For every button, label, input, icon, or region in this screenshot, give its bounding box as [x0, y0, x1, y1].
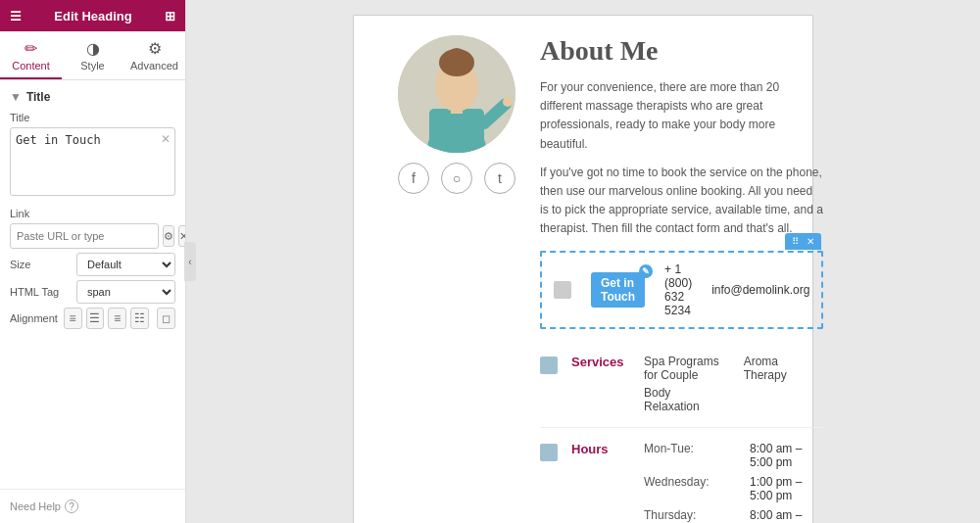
hours-grid: Mon-Tue: 8:00 am – 5:00 pm Wednesday: 1:… [644, 442, 823, 524]
services-grid: Spa Programs for Couple Aroma Therapy Bo… [644, 355, 823, 413]
need-help-row: Need Help ? [0, 489, 185, 523]
tab-advanced[interactable]: ⚙ Advanced [123, 31, 185, 79]
tab-content[interactable]: ✏ Content [0, 31, 62, 79]
hours-icon [540, 444, 558, 461]
sidebar-header: ☰ Edit Heading ⊞ [0, 0, 185, 31]
size-row: Size Default [10, 253, 175, 276]
profile-section [373, 35, 540, 153]
block-move-icon[interactable]: ⠿ [789, 235, 802, 248]
sidebar-tabs: ✏ Content ◑ Style ⚙ Advanced [0, 31, 185, 80]
about-title: About Me [540, 35, 823, 67]
services-content: Spa Programs for Couple Aroma Therapy Bo… [644, 355, 823, 413]
edit-heading-title: Edit Heading [54, 9, 131, 24]
tab-content-label: Content [12, 60, 50, 71]
preview-left: f ○ t [373, 35, 540, 523]
hours-content: Mon-Tue: 8:00 am – 5:00 pm Wednesday: 1:… [644, 442, 823, 524]
get-in-touch-inner: Get in Touch ✎ + 1 (800) 632 5234 info@d… [542, 253, 821, 327]
align-left-btn[interactable]: ≡ [64, 308, 82, 329]
hours-day: Mon-Tue: [644, 442, 742, 469]
svg-point-8 [503, 97, 513, 107]
block-controls: ⠿ ✕ [785, 233, 821, 250]
git-block-icon [554, 281, 571, 299]
get-in-touch-block: ⠿ ✕ Get in Touch ✎ + 1 (800) 632 5234 in… [540, 251, 823, 329]
hours-row: Hours Mon-Tue: 8:00 am – 5:00 pm Wednesd… [540, 428, 823, 524]
title-textarea[interactable]: Get in Touch [10, 127, 175, 196]
page-card: f ○ t About Me For your convenience, the… [353, 15, 813, 523]
grid-icon[interactable]: ⊞ [165, 9, 175, 24]
alignment-label: Alignment [10, 312, 60, 324]
help-icon[interactable]: ? [65, 499, 78, 513]
svg-point-6 [447, 48, 466, 66]
edit-pencil-icon[interactable]: ✎ [639, 264, 653, 278]
service-item: Aroma Therapy [744, 355, 824, 382]
preview-layout: f ○ t About Me For your convenience, the… [373, 35, 793, 523]
link-settings-icon[interactable]: ⚙ [163, 225, 174, 247]
style-icon: ◑ [86, 39, 100, 58]
tab-style[interactable]: ◑ Style [62, 31, 123, 79]
align-center-btn[interactable]: ☰ [86, 308, 105, 329]
svg-rect-2 [429, 109, 484, 153]
hours-day: Thursday: [644, 508, 742, 524]
facebook-icon[interactable]: f [398, 163, 429, 194]
service-item: Body Relaxation [644, 386, 724, 413]
preview-right: About Me For your convenience, there are… [540, 35, 823, 523]
html-tag-row: HTML Tag span [10, 280, 175, 304]
arrow-icon: ▼ [10, 90, 22, 104]
profile-image [398, 35, 515, 153]
block-close-icon[interactable]: ✕ [804, 235, 817, 248]
link-row: ⚙ ✕ [10, 223, 175, 249]
get-in-touch-label[interactable]: Get in Touch ✎ [591, 272, 645, 308]
instagram-icon[interactable]: ○ [441, 163, 472, 194]
link-input[interactable] [10, 223, 159, 249]
html-tag-label: HTML Tag [10, 286, 69, 298]
twitter-icon[interactable]: t [484, 163, 515, 194]
need-help-label: Need Help [10, 500, 61, 512]
link-field-label: Link [10, 208, 175, 219]
menu-icon[interactable]: ☰ [10, 9, 22, 24]
align-right-btn[interactable]: ≡ [108, 308, 126, 329]
clear-title-icon[interactable]: ✕ [161, 132, 171, 146]
html-tag-select[interactable]: span [76, 280, 175, 304]
title-section-header: ▼ Title [10, 90, 175, 104]
services-icon [540, 357, 558, 374]
title-section-label: Title [26, 90, 50, 104]
collapse-handle[interactable]: ‹ [184, 242, 196, 281]
hours-day: Wednesday: [644, 475, 742, 502]
title-textarea-wrapper: Get in Touch ✕ [10, 127, 175, 200]
email-address: info@demolink.org [711, 283, 809, 297]
hours-label: Hours [571, 442, 630, 524]
services-row: Services Spa Programs for Couple Aroma T… [540, 341, 823, 428]
alignment-row: Alignment ≡ ☰ ≡ ☷ ◻ [10, 308, 175, 329]
services-label: Services [571, 355, 630, 413]
sidebar-content: ▼ Title Title Get in Touch ✕ Link ⚙ ✕ Si… [0, 80, 185, 489]
main-area: f ○ t About Me For your convenience, the… [186, 0, 980, 523]
tab-style-label: Style [80, 60, 104, 71]
hours-time: 8:00 am – 5:00 pm [750, 442, 823, 469]
align-justify-btn[interactable]: ☷ [130, 308, 149, 329]
sidebar: ☰ Edit Heading ⊞ ✏ Content ◑ Style ⚙ Adv… [0, 0, 186, 523]
content-icon: ✏ [24, 39, 37, 58]
alignment-extra-icon[interactable]: ◻ [157, 308, 175, 329]
about-para2: If you've got no time to book the servic… [540, 164, 823, 239]
social-icons: f ○ t [373, 163, 540, 194]
service-item [744, 386, 824, 413]
size-label: Size [10, 259, 69, 270]
title-field-label: Title [10, 112, 175, 123]
size-select[interactable]: Default [76, 253, 175, 276]
hours-time: 1:00 pm – 5:00 pm [750, 475, 823, 502]
service-item: Spa Programs for Couple [644, 355, 724, 382]
advanced-icon: ⚙ [148, 39, 162, 58]
about-para1: For your convenience, there are more tha… [540, 78, 823, 154]
phone-number: + 1 (800) 632 5234 [664, 262, 692, 317]
tab-advanced-label: Advanced [130, 60, 178, 71]
hours-time: 8:00 am – 5:00 pm [750, 508, 823, 524]
